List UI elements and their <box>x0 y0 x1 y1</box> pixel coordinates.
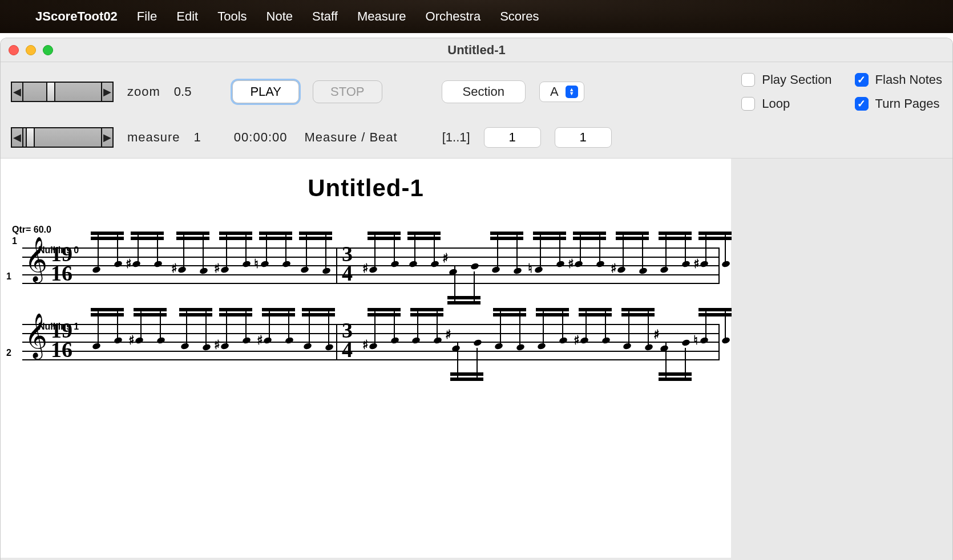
window-controls <box>9 45 53 55</box>
barline <box>336 324 337 360</box>
loop-label: Loop <box>762 96 790 111</box>
range-label: [1..1] <box>442 130 470 145</box>
turn-pages-label: Turn Pages <box>875 96 940 111</box>
note-group[interactable]: ♯ <box>219 308 252 359</box>
note-group[interactable]: ♯ <box>131 232 164 283</box>
measure-slider[interactable]: ◀ ▶ <box>11 127 114 148</box>
staff-number: 1 <box>6 271 11 282</box>
note-group[interactable]: ♯ <box>659 330 692 381</box>
note-group[interactable] <box>407 232 441 283</box>
note-group[interactable] <box>91 308 124 359</box>
zoom-decrement-icon[interactable]: ◀ <box>12 83 23 101</box>
note-group[interactable]: ♯ <box>219 232 252 283</box>
flash-notes-label: Flash Notes <box>875 72 942 87</box>
zoom-icon[interactable] <box>43 45 53 55</box>
staff-number: 2 <box>6 348 11 358</box>
close-icon[interactable] <box>9 45 19 55</box>
note-group[interactable]: ♯ <box>262 308 295 359</box>
menu-note[interactable]: Note <box>266 9 293 24</box>
macos-menubar: JScoreToot02 File Edit Tools Note Staff … <box>0 0 953 33</box>
score-title: Untitled-1 <box>12 175 720 202</box>
note-group[interactable]: ♯ <box>698 232 732 283</box>
window-title: Untitled-1 <box>447 43 505 58</box>
note-group[interactable] <box>493 308 526 359</box>
note-group[interactable]: ♯ <box>176 232 209 283</box>
barline <box>336 247 337 284</box>
treble-clef-icon: 𝄞 <box>25 316 47 355</box>
range-from-field[interactable] <box>484 127 541 148</box>
zoom-increment-icon[interactable]: ▶ <box>101 83 112 101</box>
measure-label: measure <box>127 130 180 145</box>
staff-lines[interactable]: 𝄞 19 16 3 4 ♯ ♯ ♯ ♮ <box>22 247 720 284</box>
note-group[interactable] <box>659 232 692 283</box>
measure-increment-icon[interactable]: ▶ <box>101 128 112 147</box>
turn-pages-checkbox[interactable]: ✓ <box>855 97 869 111</box>
measure-thumb[interactable] <box>26 128 35 147</box>
menu-scores[interactable]: Scores <box>500 9 539 24</box>
staff-row: 2 Null Ins 1 𝄞 19 16 3 4 <box>12 324 720 360</box>
menu-orchestra[interactable]: Orchestra <box>426 9 481 24</box>
section-display[interactable]: Section <box>442 80 526 103</box>
measure-decrement-icon[interactable]: ◀ <box>12 128 23 147</box>
note-group[interactable]: ♮ <box>533 232 566 283</box>
zoom-label: zoom <box>127 84 160 99</box>
note-group[interactable] <box>91 232 124 283</box>
note-group[interactable]: ♯ <box>134 308 167 359</box>
note-group[interactable] <box>299 232 332 283</box>
menu-staff[interactable]: Staff <box>312 9 338 24</box>
time-signature-a: 19 16 <box>51 320 72 359</box>
score-viewport[interactable]: Untitled-1 Qtr= 60.0 1 1 Null Ins 0 𝄞 19… <box>1 159 952 560</box>
note-group[interactable]: ♯ <box>579 308 612 359</box>
note-group[interactable]: ♯ <box>368 232 401 283</box>
measure-beat-label: Measure / Beat <box>304 130 397 145</box>
loop-checkbox[interactable] <box>741 97 755 111</box>
zoom-thumb[interactable] <box>46 83 55 101</box>
chevrons-up-down-icon: ▲▼ <box>566 86 578 98</box>
section-select[interactable]: A ▲▼ <box>539 82 584 102</box>
time-signature-b: 3 4 <box>342 320 353 359</box>
app-name[interactable]: JScoreToot02 <box>35 9 118 24</box>
note-group[interactable]: ♮ <box>698 308 732 359</box>
time-signature-a: 19 16 <box>51 244 72 283</box>
note-group[interactable] <box>302 308 335 359</box>
note-group[interactable] <box>536 308 569 359</box>
playback-options: Play Section ✓ Flash Notes Loop ✓ Turn P… <box>741 72 942 111</box>
minimize-icon[interactable] <box>26 45 36 55</box>
play-section-label: Play Section <box>762 72 831 87</box>
section-selected: A <box>550 84 559 99</box>
zoom-value: 0.5 <box>174 84 192 99</box>
zoom-slider[interactable]: ◀ ▶ <box>11 82 114 102</box>
range-to-field[interactable] <box>555 127 612 148</box>
note-group[interactable]: ♯ <box>450 330 483 381</box>
toolbar: ◀ ▶ zoom 0.5 PLAY STOP Section A ▲▼ Play… <box>1 62 952 159</box>
menu-measure[interactable]: Measure <box>357 9 406 24</box>
note-group[interactable]: ♯ <box>447 253 480 305</box>
staff-row: 1 Null Ins 0 𝄞 19 16 3 4 <box>12 247 720 284</box>
stop-button[interactable]: STOP <box>313 80 382 103</box>
play-section-checkbox[interactable] <box>741 73 755 87</box>
menu-edit[interactable]: Edit <box>176 9 198 24</box>
flash-notes-checkbox[interactable]: ✓ <box>855 73 869 87</box>
play-button[interactable]: PLAY <box>232 80 299 103</box>
window-titlebar: Untitled-1 <box>1 38 952 62</box>
app-window: Untitled-1 ◀ ▶ zoom 0.5 PLAY STOP Sectio… <box>0 38 953 560</box>
note-group[interactable]: ♯ <box>368 308 401 359</box>
note-group[interactable] <box>490 232 523 283</box>
note-group[interactable] <box>179 308 212 359</box>
note-group[interactable] <box>621 308 655 359</box>
note-group[interactable]: ♯ <box>573 232 606 283</box>
score-page: Untitled-1 Qtr= 60.0 1 1 Null Ins 0 𝄞 19… <box>1 159 731 558</box>
measure-value: 1 <box>194 130 201 145</box>
time-signature-b: 3 4 <box>342 244 353 283</box>
note-group[interactable] <box>410 308 443 359</box>
menu-file[interactable]: File <box>137 9 157 24</box>
note-group[interactable]: ♯ <box>616 232 649 283</box>
treble-clef-icon: 𝄞 <box>25 240 47 278</box>
staff-lines[interactable]: 𝄞 19 16 3 4 ♯ ♯ ♯ <box>22 324 720 360</box>
menu-tools[interactable]: Tools <box>217 9 247 24</box>
note-group[interactable]: ♮ <box>259 232 292 283</box>
time-display: 00:00:00 <box>234 130 288 145</box>
